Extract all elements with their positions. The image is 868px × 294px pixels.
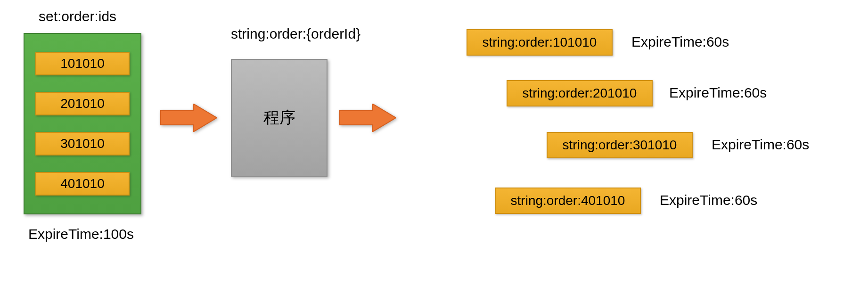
output-expire-label: ExpireTime:60s	[712, 137, 809, 153]
output-string-box: string:order:301010	[547, 132, 693, 158]
set-item: 301010	[35, 132, 130, 155]
output-string-box: string:order:201010	[507, 80, 653, 106]
output-string-box: string:order:101010	[467, 29, 613, 56]
output-string-box: string:order:401010	[495, 188, 641, 214]
set-item: 101010	[35, 52, 130, 75]
set-expire-label: ExpireTime:100s	[28, 226, 134, 242]
svg-marker-1	[339, 104, 396, 132]
output-expire-label: ExpireTime:60s	[669, 85, 767, 101]
output-expire-label: ExpireTime:60s	[631, 34, 729, 50]
program-box: 程序	[231, 59, 328, 177]
set-item: 201010	[35, 92, 130, 115]
arrow-icon	[339, 104, 396, 132]
string-template-title: string:order:{orderId}	[231, 26, 360, 42]
set-title-label: set:order:ids	[39, 8, 116, 24]
set-item: 401010	[35, 172, 130, 196]
svg-marker-0	[160, 104, 217, 132]
output-expire-label: ExpireTime:60s	[660, 192, 757, 208]
arrow-icon	[160, 104, 217, 132]
set-container: 101010 201010 301010 401010	[24, 33, 141, 214]
